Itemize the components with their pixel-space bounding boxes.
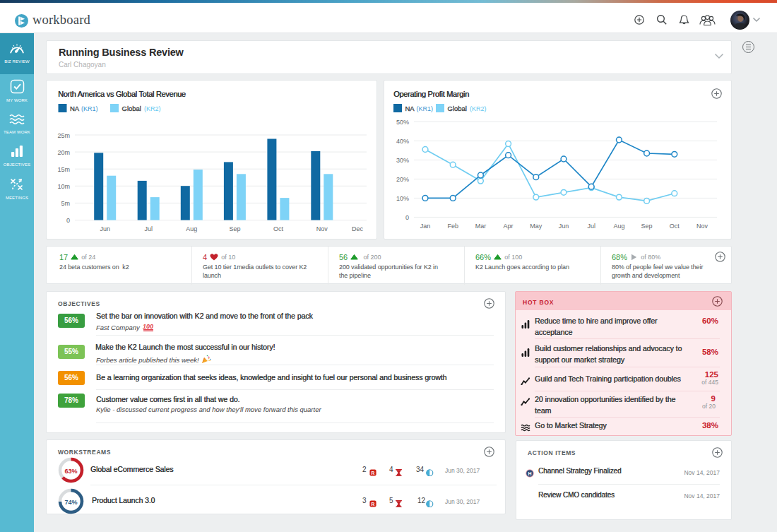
svg-text:Jul: Jul	[587, 223, 595, 230]
svg-text:20m: 20m	[57, 149, 70, 156]
svg-text:5m: 5m	[61, 200, 70, 207]
svg-text:Aug: Aug	[613, 223, 624, 230]
svg-text:Apr: Apr	[504, 223, 514, 230]
svg-text:Jul: Jul	[144, 225, 153, 232]
svg-text:NA: NA	[405, 105, 415, 112]
svg-text:H: H	[528, 471, 531, 476]
svg-text:Jun: Jun	[559, 223, 569, 230]
svg-text:Aug: Aug	[186, 225, 197, 232]
svg-text:30%: 30%	[396, 157, 409, 164]
svg-text:(KR2): (KR2)	[144, 105, 161, 112]
svg-text:Mar: Mar	[475, 223, 487, 230]
svg-text:R: R	[372, 502, 375, 507]
svg-text:25m: 25m	[57, 132, 70, 139]
svg-text:NA: NA	[70, 105, 80, 112]
svg-text:20%: 20%	[396, 176, 409, 183]
svg-text:100: 100	[143, 323, 153, 330]
svg-text:Global: Global	[122, 105, 141, 112]
svg-text:0: 0	[66, 217, 70, 224]
svg-text:63%: 63%	[64, 468, 77, 475]
svg-text:Sep: Sep	[229, 225, 240, 232]
svg-text:50%: 50%	[396, 119, 409, 126]
svg-text:40%: 40%	[396, 138, 409, 145]
svg-text:Jun: Jun	[100, 225, 110, 232]
svg-text:Global: Global	[448, 105, 467, 112]
svg-text:Nov: Nov	[696, 223, 708, 230]
svg-text:Nov: Nov	[316, 225, 328, 232]
svg-text:Oct: Oct	[670, 223, 680, 230]
svg-text:(KR1): (KR1)	[81, 105, 98, 112]
svg-text:10m: 10m	[57, 183, 70, 190]
svg-text:Feb: Feb	[447, 223, 458, 230]
svg-text:10%: 10%	[396, 195, 409, 202]
svg-text:(KR2): (KR2)	[470, 105, 487, 112]
svg-text:15m: 15m	[57, 166, 70, 173]
svg-text:0: 0	[405, 214, 409, 221]
svg-text:(KR1): (KR1)	[417, 105, 434, 112]
svg-text:Jan: Jan	[420, 223, 431, 230]
svg-text:R: R	[372, 471, 375, 475]
svg-text:Oct: Oct	[273, 225, 284, 232]
svg-text:Dec: Dec	[352, 225, 364, 232]
svg-text:Sep: Sep	[641, 223, 653, 230]
svg-text:74%: 74%	[64, 499, 77, 506]
svg-text:May: May	[530, 223, 542, 230]
